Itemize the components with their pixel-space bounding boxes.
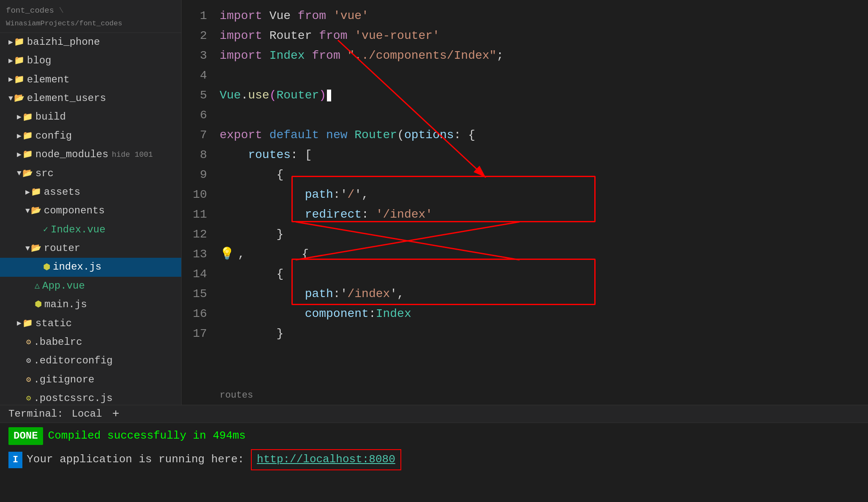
path-sub: WinasiamProjects/font_codes: [6, 19, 122, 27]
sidebar-item-components[interactable]: ▼ 📂 components: [0, 202, 181, 220]
cursor-caret: [327, 90, 331, 101]
done-badge: DONE: [8, 427, 43, 445]
sidebar-label: main.js: [44, 297, 87, 313]
sidebar-label: router: [44, 240, 80, 256]
code-line-4: [220, 65, 860, 85]
folder-open-icon: 📂: [31, 204, 41, 218]
chevron-down-icon: ▼: [25, 243, 30, 255]
chevron-right-icon: ▶: [17, 111, 22, 123]
sidebar-item-element[interactable]: ▶ 📁 element: [0, 71, 181, 89]
code-line-13: 💡 , {: [220, 244, 860, 264]
code-line-11: redirect : '/index': [220, 205, 860, 224]
sidebar-item-router[interactable]: ▼ 📂 router: [0, 239, 181, 258]
sidebar-item-node-modules[interactable]: ▶ 📁 node_modules hide 1001: [0, 145, 181, 164]
success-message: Compiled successfully in 494ms: [48, 427, 246, 445]
sidebar-label: .postcssrc.js: [33, 390, 112, 405]
explorer-path: font_codes \ WinasiamProjects/font_codes: [0, 2, 181, 33]
lightbulb-icon: 💡: [220, 244, 234, 265]
code-line-3: import Index from "../components/Index" …: [220, 46, 860, 65]
code-line-16: component : Index: [220, 304, 860, 324]
localhost-link[interactable]: http://localhost:8080: [257, 453, 395, 466]
sidebar-label: node_modules: [35, 147, 109, 163]
chevron-right-icon: ▶: [25, 186, 30, 199]
chevron-right-icon: ▶: [8, 36, 13, 49]
code-line-2: import Router from 'vue-router': [220, 26, 860, 46]
sidebar-label: src: [35, 166, 54, 182]
sidebar-item-static[interactable]: ▶ 📁 static: [0, 314, 181, 333]
sidebar-item-main-js[interactable]: ⬢ main.js: [0, 295, 181, 314]
folder-icon: 📁: [22, 317, 33, 330]
sidebar-item-config[interactable]: ▶ 📁 config: [0, 127, 181, 145]
sidebar-label: index.js: [53, 259, 101, 275]
sidebar-label: config: [35, 128, 72, 144]
code-line-8: routes : [: [220, 145, 860, 165]
sidebar-label: baizhi_phone: [27, 34, 100, 50]
sidebar-label: element: [27, 72, 70, 88]
sidebar-item-app-vue[interactable]: △ App.vue: [0, 277, 181, 295]
code-line-5: Vue . use ( Router ): [220, 85, 860, 105]
sidebar-item-editorconfig[interactable]: ⚙ .editorconfig: [0, 352, 181, 370]
sidebar-item-babelrc[interactable]: ⚙ .babelrc: [0, 333, 181, 352]
code-line-9: {: [220, 165, 860, 185]
sidebar-item-baizhi-phone[interactable]: ▶ 📁 baizhi_phone: [0, 33, 181, 52]
sidebar-item-assets[interactable]: ▶ 📁 assets: [0, 183, 181, 202]
chevron-right-icon: ▶: [17, 149, 22, 161]
css-file-icon: ⚙: [26, 392, 31, 405]
string-vue: 'vue': [333, 6, 369, 26]
sidebar-label: App.vue: [42, 278, 85, 294]
config-file-icon: ⚙: [26, 355, 31, 367]
folder-open-icon: 📂: [14, 92, 24, 105]
folder-open-icon: 📂: [22, 167, 33, 180]
code-line-15: path :' /index ',: [220, 284, 860, 304]
file-explorer: font_codes \ WinasiamProjects/font_codes…: [0, 0, 182, 405]
sidebar-item-src[interactable]: ▼ 📂 src: [0, 164, 181, 183]
line-numbers: 1234 5678 9101112 13141516 17: [182, 0, 211, 405]
code-editor[interactable]: import Vue from 'vue' import Router from…: [211, 0, 868, 405]
chevron-right-icon: ▶: [17, 317, 22, 330]
code-line-17: }: [220, 324, 860, 344]
chevron-down-icon: ▼: [17, 167, 22, 180]
code-line-12: }: [220, 224, 860, 244]
folder-icon: 📁: [22, 129, 33, 143]
js-file-icon: ⬢: [35, 298, 42, 311]
running-info-line: I Your application is running here: http…: [8, 449, 860, 470]
code-line-14: {: [220, 264, 860, 284]
sidebar-label: components: [44, 203, 105, 219]
js-file-icon: ⬢: [43, 261, 50, 274]
git-file-icon: ⚙: [26, 374, 31, 386]
chevron-right-icon: ▶: [8, 74, 13, 86]
chevron-down-icon: ▼: [25, 205, 30, 217]
sidebar-item-element-users[interactable]: ▼ 📂 element_users: [0, 89, 181, 108]
link-container: http://localhost:8080: [251, 449, 401, 470]
sidebar-item-gitignore[interactable]: ⚙ .gitignore: [0, 371, 181, 389]
chevron-down-icon: ▼: [8, 93, 13, 105]
sidebar-label: element_users: [27, 90, 106, 106]
sidebar-item-index-vue[interactable]: ✓ Index.vue: [0, 221, 181, 239]
sidebar-label: .babelrc: [33, 334, 82, 350]
vue-checkmark-icon: ✓: [43, 223, 48, 237]
terminal-tabs-bar: Terminal: Local +: [0, 405, 868, 423]
sidebar-label: static: [35, 316, 72, 332]
sidebar-item-index-js[interactable]: ⬢ index.js: [0, 258, 181, 276]
compile-success-line: DONE Compiled successfully in 494ms: [8, 427, 860, 445]
terminal-add-button[interactable]: +: [112, 407, 120, 420]
path-separator: \: [59, 6, 63, 15]
sidebar-item-postcssrc[interactable]: ⚙ .postcssrc.js: [0, 389, 181, 405]
sidebar-item-blog[interactable]: ▶ 📁 blog: [0, 52, 181, 70]
path-label: font_codes: [6, 6, 54, 15]
folder-open-icon: 📂: [31, 242, 41, 255]
info-message: Your application is running here:: [27, 451, 244, 469]
terminal-content: DONE Compiled successfully in 494ms I Yo…: [0, 423, 868, 502]
sidebar-label: .editorconfig: [33, 353, 112, 369]
code-line-1: import Vue from 'vue': [220, 6, 860, 26]
sidebar-label: .gitignore: [33, 372, 94, 388]
node-modules-badge: hide 1001: [112, 149, 153, 161]
code-line-6: [220, 105, 860, 125]
folder-icon: 📁: [22, 111, 33, 124]
terminal-local-tab[interactable]: Local: [72, 408, 102, 420]
sidebar-item-build[interactable]: ▶ 📁 build: [0, 108, 181, 126]
terminal-label: Terminal:: [8, 408, 63, 420]
code-line-10: path :' / ',: [220, 185, 860, 205]
folder-icon: 📁: [14, 73, 24, 87]
info-badge: I: [8, 452, 22, 468]
